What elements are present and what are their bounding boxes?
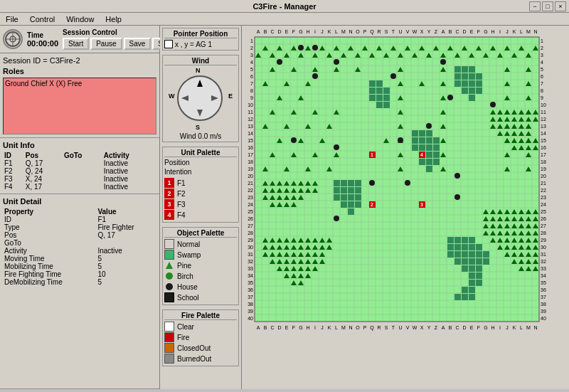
close-button[interactable]: ×	[555, 1, 566, 11]
unit-palette-f1[interactable]: 1 F1	[164, 178, 237, 188]
object-palette-title: Object Palette	[164, 229, 237, 238]
detail-prop-moving: Moving Time	[3, 255, 96, 263]
wind-title: Wind	[164, 57, 237, 65]
unit-f1-pos: Q, 17	[24, 159, 63, 167]
menu-control[interactable]: Control	[27, 15, 58, 23]
obj-swamp-label: Swamp	[177, 251, 201, 259]
svg-point-3	[166, 272, 173, 280]
session-section: Session ID = C3Fire-2 Roles Ground Chief…	[0, 53, 159, 138]
obj-house[interactable]: House	[164, 282, 237, 292]
detail-prop-mobilizing: Mobilizing Time	[3, 263, 96, 270]
obj-pine[interactable]: Pine	[164, 260, 237, 270]
fire-closedout-swatch	[164, 343, 174, 353]
unit-palette-title: Unit Palette	[164, 149, 237, 157]
unit-f4-id: F4	[3, 183, 24, 191]
obj-swamp[interactable]: Swamp	[164, 250, 237, 260]
compass-circle	[177, 75, 223, 121]
unit-f2-activity: Inactive	[102, 167, 156, 175]
unit-f4-label: F4	[177, 211, 186, 219]
detail-val-pos: Q, 17	[96, 231, 156, 239]
logo	[3, 29, 23, 49]
detail-val-mobilizing: 5	[96, 263, 156, 270]
obj-normal[interactable]: Normal	[164, 239, 237, 249]
map-wrapper[interactable]	[242, 26, 569, 389]
compass-arrow-e	[211, 95, 218, 101]
detail-row-firefighting: Fire Fighting Time 10	[3, 270, 156, 278]
detail-prop-activity: Activity	[3, 247, 96, 255]
unit-f3-badge: 3	[164, 199, 174, 209]
unit-palette-f2[interactable]: 2 F2	[164, 189, 237, 198]
unit-f2-badge: 2	[164, 189, 174, 198]
window-controls[interactable]: − □ ×	[529, 1, 566, 11]
detail-row-mobilizing: Mobilizing Time 5	[3, 263, 156, 270]
obj-birch-icon	[164, 271, 174, 281]
start-button[interactable]: Start	[63, 38, 89, 50]
unit-f1-id: F1	[3, 159, 24, 167]
save-button[interactable]: Save	[124, 38, 151, 50]
fire-fire-swatch	[164, 332, 174, 342]
unit-f4-activity: Inactive	[102, 183, 156, 191]
wind-speed: Wind 0.0 m/s	[164, 132, 237, 140]
window-title: C3Fire - Manager	[252, 2, 316, 11]
object-palette-section: Object Palette Normal Swamp Pine	[162, 227, 239, 305]
unit-f3-activity: Inactive	[102, 175, 156, 183]
unit-f3-id: F3	[3, 175, 24, 183]
unit-palette-section: Unit Palette Position Intention 1 F1 2 F…	[162, 147, 239, 223]
menu-window[interactable]: Window	[63, 15, 97, 23]
main-area: Time 00:00:00 Session Control Start Paus…	[0, 26, 569, 389]
time-section: Time 00:00:00	[27, 31, 58, 48]
unit-palette-f4[interactable]: 4 F4	[164, 210, 237, 220]
right-area: Pointer Position x , y = AG 1 Wind N S E…	[160, 26, 569, 389]
wind-section: Wind N S E W Wind 0.0 m/s	[162, 55, 239, 142]
obj-birch[interactable]: Birch	[164, 271, 237, 281]
detail-row-activity: Activity Inactive	[3, 247, 156, 255]
left-panel: Time 00:00:00 Session Control Start Paus…	[0, 26, 160, 389]
menu-file[interactable]: File	[3, 15, 21, 23]
obj-school[interactable]: School	[164, 292, 237, 302]
fire-burnedout[interactable]: BurnedOut	[164, 354, 237, 364]
map-canvas[interactable]	[243, 27, 552, 333]
unit-palette-f3[interactable]: 3 F3	[164, 199, 237, 209]
pointer-position-title: Pointer Position	[164, 30, 237, 38]
unit-row-f2[interactable]: F2 Q, 24 Inactive	[3, 167, 156, 175]
unit-row-f1[interactable]: F1 Q, 17 Inactive	[3, 159, 156, 167]
compass-s: S	[196, 124, 200, 131]
detail-col-value: Value	[96, 208, 156, 216]
detail-prop-id: ID	[3, 216, 96, 223]
unit-row-f3[interactable]: F3 X, 24 Inactive	[3, 175, 156, 183]
obj-pine-icon	[164, 260, 174, 270]
fire-fire[interactable]: Fire	[164, 332, 237, 342]
unit-f1-activity: Inactive	[102, 159, 156, 167]
unit-f3-goto	[63, 175, 102, 183]
compass-w: W	[169, 92, 175, 100]
unit-row-f4[interactable]: F4 X, 17 Inactive	[3, 183, 156, 191]
pointer-pos-square	[164, 40, 173, 48]
detail-val-activity: Inactive	[96, 247, 156, 255]
obj-swamp-swatch	[164, 250, 174, 260]
maximize-button[interactable]: □	[542, 1, 553, 11]
unit-f2-goto	[63, 167, 102, 175]
compass: N S E W	[169, 67, 233, 131]
detail-prop-firefighting: Fire Fighting Time	[3, 270, 96, 278]
compass-n: N	[196, 67, 201, 74]
fire-closedout[interactable]: ClosedOut	[164, 343, 237, 353]
detail-col-property: Property	[3, 208, 96, 216]
pause-button[interactable]: Pause	[90, 38, 122, 50]
detail-prop-goto: GoTo	[3, 239, 96, 247]
unit-detail-table: Property Value ID F1 Type Fire Fighter P…	[3, 208, 156, 286]
compass-arrow-n	[197, 80, 203, 87]
unit-info-table: ID Pos GoTo Activity F1 Q, 17 Inactive F…	[3, 152, 156, 191]
unit-f3-pos: X, 24	[24, 175, 63, 183]
col-goto: GoTo	[63, 152, 102, 159]
minimize-button[interactable]: −	[529, 1, 541, 11]
unit-f3-label: F3	[177, 201, 186, 208]
fire-clear-swatch	[164, 322, 174, 332]
detail-row-demobilizing: DeMobilizing Time 5	[3, 278, 156, 286]
obj-house-icon	[164, 282, 174, 292]
menu-help[interactable]: Help	[102, 15, 124, 23]
fire-clear[interactable]: Clear	[164, 322, 237, 332]
detail-val-demobilizing: 5	[96, 278, 156, 286]
detail-row-goto: GoTo	[3, 239, 156, 247]
unit-f2-id: F2	[3, 167, 24, 175]
detail-prop-demobilizing: DeMobilizing Time	[3, 278, 96, 286]
